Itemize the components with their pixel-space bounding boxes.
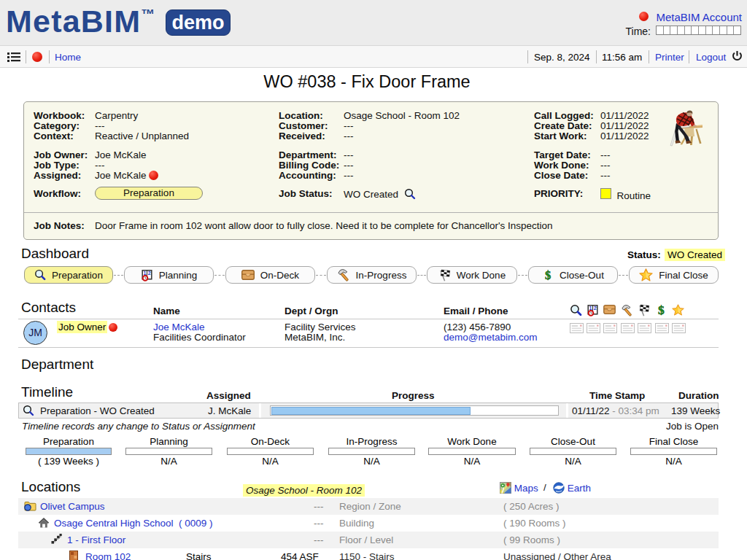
svg-text:2: 2 <box>148 271 151 276</box>
svg-text:$: $ <box>545 269 551 281</box>
svg-text:2: 2 <box>594 306 597 311</box>
svg-text:$: $ <box>658 304 665 316</box>
